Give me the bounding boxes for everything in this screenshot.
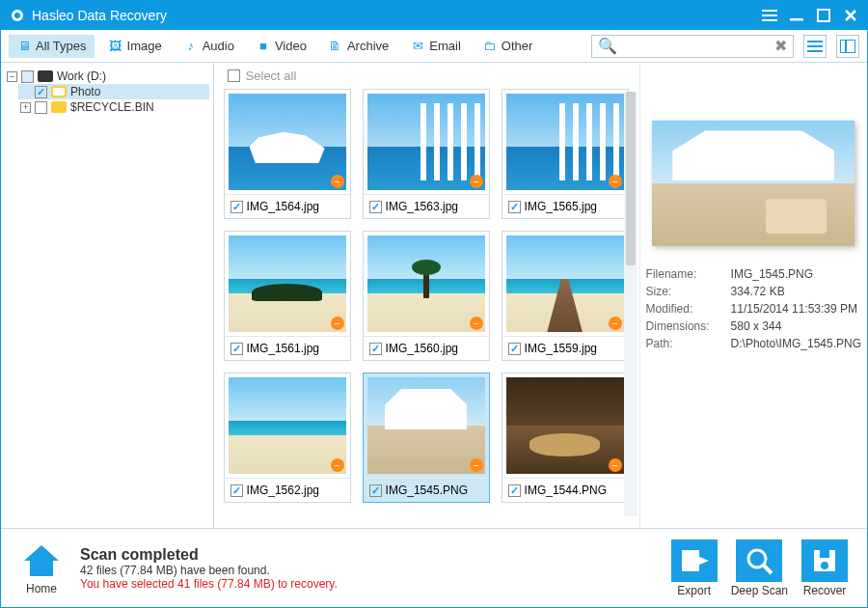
thumbnail-image: −	[229, 94, 346, 190]
status-selected-line: You have selected 41 files (77.84 MB) to…	[80, 577, 338, 591]
tree-drive-row[interactable]: − Work (D:)	[5, 69, 209, 84]
recover-button[interactable]: Recover	[801, 539, 848, 597]
thumbnail-item[interactable]: −IMG_1563.jpg	[363, 89, 490, 219]
filter-image[interactable]: 🖼Image	[100, 35, 170, 58]
filter-video[interactable]: ■Video	[248, 35, 314, 58]
deep-scan-button[interactable]: Deep Scan	[731, 539, 788, 597]
svg-rect-23	[820, 550, 829, 558]
svg-point-6	[763, 14, 765, 16]
meta-key: Path:	[646, 337, 731, 350]
tree-checkbox[interactable]	[35, 86, 47, 98]
search-box[interactable]: 🔍 ✖	[591, 35, 794, 58]
thumbnail-filename: IMG_1562.jpg	[247, 484, 319, 497]
maximize-icon[interactable]	[815, 7, 832, 24]
thumbnail-filename: IMG_1565.jpg	[525, 200, 597, 213]
folder-icon	[51, 101, 67, 113]
collapse-icon[interactable]: −	[7, 71, 17, 82]
title-bar: Hasleo Data Recovery	[1, 1, 867, 30]
minimize-icon[interactable]	[788, 7, 805, 24]
menu-icon[interactable]	[761, 7, 778, 24]
svg-rect-15	[840, 40, 855, 53]
monitor-icon: 🖥	[16, 39, 32, 54]
home-button[interactable]: Home	[20, 541, 63, 595]
thumbnail-filename: IMG_1564.jpg	[247, 200, 319, 213]
thumbnail-checkbox[interactable]	[508, 484, 521, 497]
thumbnail-item[interactable]: −IMG_1561.jpg	[224, 231, 351, 361]
svg-point-1	[14, 13, 20, 18]
thumbnail-filename: IMG_1544.PNG	[525, 484, 607, 497]
clear-search-icon[interactable]: ✖	[774, 37, 787, 55]
select-all-row[interactable]: Select all	[214, 63, 639, 89]
list-view-button[interactable]	[803, 35, 827, 58]
meta-key: Filename:	[646, 267, 731, 281]
thumbnail-item[interactable]: −IMG_1564.jpg	[224, 89, 351, 219]
tree-recycle-row[interactable]: + $RECYCLE.BIN	[18, 99, 209, 115]
filter-label: Email	[429, 39, 461, 53]
thumbnail-checkbox[interactable]	[508, 343, 521, 355]
thumbnail-checkbox[interactable]	[369, 484, 382, 497]
thumbnail-checkbox[interactable]	[231, 343, 243, 355]
meta-value: D:\Photo\IMG_1545.PNG	[731, 337, 861, 350]
thumbnail-image: −	[367, 377, 485, 474]
search-icon: 🔍	[598, 37, 617, 55]
thumbnail-image: −	[506, 235, 624, 332]
detail-panel: Filename:IMG_1545.PNG Size:334.72 KB Mod…	[640, 63, 867, 528]
filter-archive[interactable]: 🗎Archive	[320, 35, 396, 58]
grid-scrollbar[interactable]	[624, 92, 637, 516]
status-badge-icon: −	[470, 317, 483, 330]
grid-view-button[interactable]	[836, 35, 859, 58]
filter-other[interactable]: 🗀Other	[475, 35, 541, 58]
thumbnail-filename: IMG_1560.jpg	[386, 342, 458, 355]
thumbnail-checkbox[interactable]	[369, 343, 382, 355]
thumbnail-checkbox[interactable]	[508, 201, 521, 213]
search-input[interactable]	[621, 40, 774, 53]
tree-label: Photo	[70, 85, 100, 98]
thumbnail-item[interactable]: −IMG_1565.jpg	[502, 89, 629, 219]
svg-rect-8	[790, 18, 803, 21]
thumbnail-checkbox[interactable]	[231, 484, 243, 497]
app-logo-icon	[9, 7, 26, 24]
status-badge-icon: −	[331, 175, 344, 188]
filter-label: Archive	[347, 39, 389, 53]
select-all-checkbox[interactable]	[228, 69, 240, 82]
thumbnail-image: −	[367, 235, 485, 332]
filter-audio[interactable]: ♪Audio	[176, 35, 242, 58]
filter-all-types[interactable]: 🖥All Types	[9, 35, 95, 58]
tree-checkbox[interactable]	[35, 101, 47, 114]
thumbnail-image: −	[506, 94, 624, 190]
meta-value: IMG_1545.PNG	[731, 267, 861, 281]
close-icon[interactable]	[842, 7, 859, 24]
footer-bar: Home Scan completed 42 files (77.84 MB) …	[1, 528, 867, 607]
tree-photo-row[interactable]: Photo	[18, 84, 209, 99]
audio-icon: ♪	[183, 39, 199, 54]
export-button[interactable]: Export	[671, 539, 718, 597]
scrollbar-handle[interactable]	[626, 92, 636, 265]
thumbnail-item[interactable]: −IMG_1544.PNG	[502, 373, 629, 503]
tree-checkbox[interactable]	[21, 70, 34, 83]
expand-icon[interactable]: +	[20, 102, 31, 113]
thumbnail-image: −	[367, 94, 485, 190]
thumbnail-checkbox[interactable]	[369, 201, 382, 213]
tree-label: Work (D:)	[57, 69, 106, 83]
svg-rect-9	[818, 10, 829, 21]
export-icon	[671, 539, 718, 582]
filter-label: All Types	[36, 39, 87, 53]
status-badge-icon: −	[609, 317, 622, 330]
thumbnail-checkbox[interactable]	[231, 201, 243, 213]
thumbnail-item[interactable]: −IMG_1562.jpg	[224, 373, 351, 503]
home-label: Home	[26, 582, 57, 595]
svg-rect-14	[807, 50, 823, 52]
svg-point-7	[763, 19, 765, 21]
meta-value: 11/15/2014 11:53:39 PM	[731, 302, 861, 316]
thumbnail-item[interactable]: −IMG_1560.jpg	[363, 231, 490, 361]
email-icon: ✉	[410, 39, 425, 54]
thumbnail-item[interactable]: −IMG_1545.PNG	[363, 373, 490, 503]
svg-marker-19	[697, 556, 709, 566]
thumbnail-item[interactable]: −IMG_1559.jpg	[502, 231, 629, 361]
meta-key: Dimensions:	[646, 319, 731, 333]
filter-email[interactable]: ✉Email	[402, 35, 469, 58]
meta-key: Modified:	[646, 302, 731, 316]
drive-icon	[38, 70, 53, 82]
svg-marker-17	[24, 545, 59, 576]
svg-point-5	[763, 10, 765, 12]
